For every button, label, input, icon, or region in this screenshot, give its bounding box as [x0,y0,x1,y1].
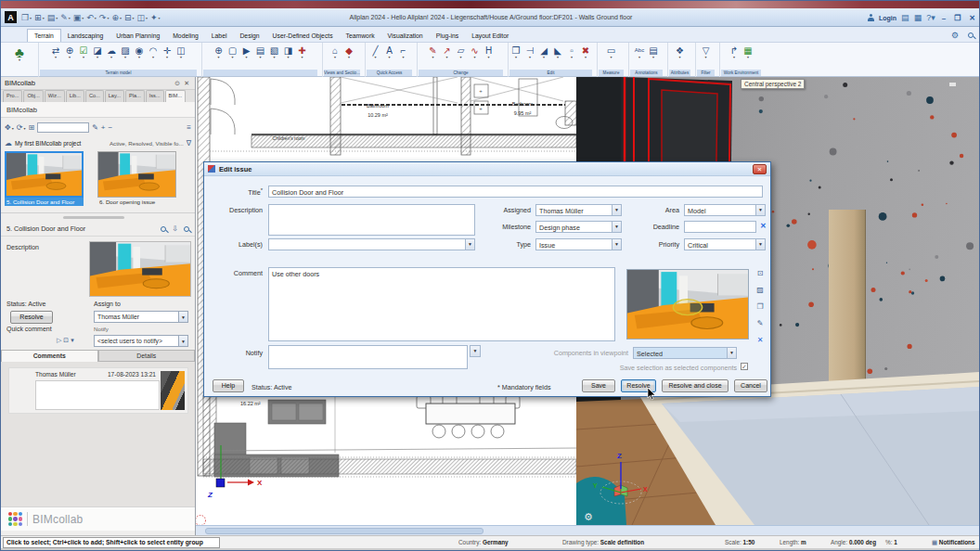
panel-tab-wiz-[interactable]: Wiz... [45,90,65,102]
run-icon[interactable]: ▶ [240,45,252,59]
target-icon[interactable]: ⊕ [110,13,122,22]
tab-layout-editor[interactable]: Layout Editor [465,30,515,42]
labels-select[interactable]: ▼ [268,238,475,250]
environment-icon[interactable]: ▦ [742,45,754,59]
resize-icon[interactable]: ▫ [566,45,578,59]
slope-icon[interactable]: ◪ [92,45,104,59]
check-mesh-icon[interactable]: ☑ [78,45,90,59]
viewpoint-sync-icon[interactable]: ✥ [5,123,14,132]
open-project-icon[interactable]: ⊞ [33,13,45,22]
elevation-point-icon[interactable]: ✛ [161,45,174,59]
workspace-icon[interactable]: ↱ [729,45,741,59]
abc-label-icon[interactable]: Abc [634,45,646,59]
edit-doc-icon[interactable]: ✎ [59,13,71,22]
tab-urban-planning[interactable]: Urban Planning [110,30,166,42]
boundary-icon[interactable]: ⊕ [213,45,225,59]
tab-design[interactable]: Design [233,30,265,42]
restore-button[interactable]: ❐ [952,14,962,22]
print-icon[interactable]: ▣ [72,13,85,22]
edit-pencil-icon[interactable]: ✎ [92,123,98,132]
help-button[interactable]: Help [213,379,244,392]
legend-icon[interactable]: ▤ [648,45,660,59]
description-input[interactable] [268,204,475,236]
notify-dropdown-button[interactable]: ▼ [470,345,481,357]
grid-view-icon[interactable]: ⊞ [28,123,34,132]
tab-comments[interactable]: Comments [1,350,98,362]
quick-comment-icons[interactable]: ▷ ⊡ ▾ [57,337,74,344]
redo-icon[interactable]: ↷ [98,13,110,22]
shop-cart-icon[interactable]: ▦ [914,13,922,22]
surface-icon[interactable]: ▢ [226,45,239,59]
panel-close-icon[interactable]: ✕ [182,80,191,87]
title-input[interactable]: Collision Door and Floor [268,186,763,198]
attributes-icon[interactable]: ❖ [674,45,686,59]
close-button[interactable]: ✕ [967,14,977,22]
rotate-icon[interactable]: ◢ [538,45,550,59]
delete-icon[interactable]: ✖ [580,45,592,59]
text-icon[interactable]: A [383,45,395,59]
allplan-logo[interactable]: A [5,11,17,23]
notify-select[interactable]: <select users to notify>▼ [94,335,188,347]
tab-details[interactable]: Details [98,350,196,362]
modify-line-icon[interactable]: ∿ [469,45,481,59]
camera-icon[interactable]: ⊡ [757,269,764,277]
edit-pencil-icon[interactable]: ✎ [427,45,439,59]
line-icon[interactable]: ╱ [369,45,381,59]
tab-teamwork[interactable]: Teamwork [340,30,381,42]
panel-tab-bim-[interactable]: BIM... [165,90,187,102]
copy-element-icon[interactable]: ❐ [510,45,522,59]
align-icon[interactable]: ◣ [552,45,564,59]
issue-thumbnail-6[interactable]: 6. Door opening issue [97,151,176,206]
remove-issue-icon[interactable]: − [109,123,113,132]
filter-icon[interactable]: ∇ [187,139,191,147]
section-curve-icon[interactable]: ◠ [148,45,160,59]
point-cloud-icon[interactable]: ☁ [106,45,118,59]
copy-icon[interactable]: ⊟ [123,13,135,22]
tab-label[interactable]: Label [205,30,234,42]
hatch-surface-icon[interactable]: ▨ [120,45,132,59]
import-points-icon[interactable]: ⇄ [50,45,62,59]
resolve-and-close-button[interactable]: Resolve and close [662,379,729,392]
tab-terrain[interactable]: Terrain [27,29,61,42]
tools-icon[interactable]: ✦ [149,13,161,22]
dialog-close-button[interactable]: ✕ [753,164,767,174]
assign-to-select[interactable]: Thomas Müller▼ [94,311,188,323]
magnify-icon[interactable] [184,226,189,232]
task-list-icon[interactable]: ▤ [901,13,909,22]
minimize-button[interactable]: – [940,14,948,22]
comment-thumbnail[interactable] [161,371,185,410]
tab-plug-ins[interactable]: Plug-ins [430,30,466,42]
panel-tab-pro-[interactable]: Pro... [3,90,22,102]
refresh-icon[interactable]: ⟳ [17,123,26,132]
settings-gear-icon[interactable]: ⚙ [951,31,959,40]
comment-item[interactable]: Thomas Müller 17-08-2023 13:21 [8,367,188,414]
notifications-icon[interactable]: ▦ [932,539,939,545]
pin-icon[interactable]: ⊙ [173,80,182,87]
panel-tab-lib-[interactable]: Lib... [66,90,84,102]
point-symbol-icon[interactable]: ⊕ [64,45,76,59]
half-fill-icon[interactable]: ◨ [282,45,294,59]
copy-view-icon[interactable]: ❐ [756,302,763,311]
viewport-minimize-icon[interactable] [949,83,956,86]
add-issue-icon[interactable]: + [101,123,106,132]
viewpoint-thumbnail[interactable] [626,269,749,340]
save-icon[interactable]: ▤ [46,13,59,22]
panel-tab-co-[interactable]: Co... [85,90,104,102]
texture-icon[interactable]: ▧ [268,45,280,59]
view-house-icon[interactable]: ⌂ [329,45,342,59]
dialog-titlebar[interactable]: Edit issue ✕ [204,162,770,176]
match-icon[interactable]: H [483,45,495,59]
panel-tab-obj-[interactable]: Obj... [23,90,43,102]
new-file-icon[interactable]: ❐ [20,13,32,22]
priority-select[interactable]: Critical▼ [684,238,766,250]
undo-icon[interactable]: ↶ [85,13,97,22]
save-button[interactable]: Save [582,379,615,392]
move-icon[interactable]: ↗ [441,45,453,59]
edit-view-icon[interactable]: ✎ [757,319,764,327]
components-select[interactable]: Selected▼ [633,347,737,359]
tab-modeling[interactable]: Modeling [166,30,205,42]
export-icon[interactable]: ⇩ [172,224,178,233]
section-icon[interactable]: ◆ [343,45,355,59]
filter-funnel-icon[interactable]: ▽ [700,45,712,59]
issue-search-input[interactable] [37,122,89,133]
